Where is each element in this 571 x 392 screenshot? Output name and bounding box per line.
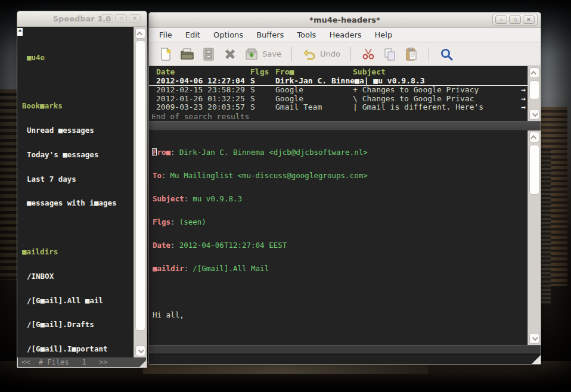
paste-icon[interactable] <box>402 45 421 63</box>
emacs-title: *mu4e-headers* <box>309 15 380 24</box>
menu-file[interactable]: File <box>153 28 179 42</box>
body-line <box>153 334 527 342</box>
row-subject: \ Changes to Google Privac <box>353 95 527 104</box>
file-cabinet-icon[interactable] <box>199 45 218 63</box>
speedbar-root-item: ■u4e <box>22 54 134 62</box>
chevron-up-icon <box>530 135 536 141</box>
speedbar-window: Speedbar 1.0 – ▫ ✕ * ■u4e Book■arks Unre… <box>17 11 147 368</box>
expand-marker[interactable]: * <box>17 28 23 36</box>
scroll-up-button[interactable] <box>529 67 539 78</box>
speedbar-titlebar[interactable]: Speedbar 1.0 – ▫ ✕ <box>17 11 147 27</box>
header-row[interactable]: 2009-03-23 20:03:57 S Gmail Team | Gmail… <box>149 103 527 112</box>
field-label: Fro■ <box>153 148 170 156</box>
close-buffer-icon[interactable] <box>221 45 240 63</box>
truncation-arrow-icon: → <box>521 103 526 112</box>
bookmark-images[interactable]: ■essages with i■ages <box>22 199 134 207</box>
scrollbar-thumb[interactable] <box>135 41 145 331</box>
header-row-selected[interactable]: 2012-04-06 12:27:04 S Dirk-Jan C. Binne■… <box>149 77 527 86</box>
modeline-headers: U:%*- *■u4e-headers* All L1 (mu4e-header… <box>149 121 541 130</box>
minibuffer[interactable] <box>149 354 541 364</box>
undo-icon[interactable] <box>300 45 319 63</box>
menu-headers[interactable]: Headers <box>322 28 368 42</box>
body-line <box>153 288 527 295</box>
field-label: Date <box>153 241 170 249</box>
message-scrollbar[interactable] <box>527 130 541 345</box>
truncation-arrow-icon: → <box>521 86 526 95</box>
bookmark-unread[interactable]: Unread ■essages <box>22 126 134 135</box>
column-flags[interactable]: Flgs <box>250 68 275 77</box>
menu-edit[interactable]: Edit <box>179 28 207 42</box>
bookmark-today[interactable]: Today's ■essages <box>22 151 134 159</box>
resize-grip[interactable] <box>139 360 147 368</box>
row-date: 2009-03-23 20:03:57 <box>156 103 250 112</box>
open-folder-icon[interactable] <box>178 45 197 63</box>
row-flags: S <box>250 77 275 86</box>
scroll-down-button[interactable] <box>135 346 145 356</box>
save-label: Save <box>262 49 281 58</box>
save-icon[interactable] <box>242 45 261 63</box>
menu-help[interactable]: Help <box>368 28 399 42</box>
field-value: 2012-04-06T12:27:04 EEST <box>179 241 287 249</box>
maildir-inbox[interactable]: /INBOX <box>22 272 134 281</box>
headers-column-row: Date Flgs Fro■ Subject <box>149 68 527 77</box>
row-from: Google <box>275 95 353 104</box>
chevron-down-icon <box>138 347 144 353</box>
field-subject: Subject:mu v0.9.8.3 <box>153 195 527 203</box>
column-date[interactable]: Date <box>156 68 250 77</box>
scroll-up-button[interactable] <box>529 132 539 142</box>
field-label: ■aildir <box>153 265 184 272</box>
maximize-button[interactable]: ▫ <box>115 14 127 23</box>
maximize-button[interactable]: ▫ <box>509 15 521 24</box>
spacer <box>22 223 134 232</box>
headers-scrollbar[interactable] <box>527 66 541 121</box>
body-line: Hi all, <box>153 311 527 319</box>
row-subject: | Gmail is different. Here's <box>353 103 527 112</box>
row-date: 2012-01-26 01:32:25 <box>156 95 250 104</box>
resize-grip[interactable] <box>532 355 541 364</box>
maildir-allmail[interactable]: /[G■ail].All ■ail <box>22 297 134 305</box>
field-maildir: ■aildir:/[Gmail].All Mail <box>153 265 527 272</box>
maildir-important[interactable]: /[G■ail].I■portant <box>22 345 134 353</box>
close-button[interactable]: ✕ <box>129 14 141 23</box>
speedbar-scrollbar[interactable] <box>134 27 147 357</box>
scrollbar-thumb[interactable] <box>529 80 539 99</box>
scroll-down-button[interactable] <box>529 333 539 344</box>
header-row[interactable]: 2012-01-26 01:32:25 S Google \ Changes t… <box>149 95 527 104</box>
bookmark-last7days[interactable]: Last 7 days <box>22 175 134 183</box>
header-row[interactable]: 2012-02-15 23:58:29 S Google + Changes t… <box>149 86 527 95</box>
scroll-down-button[interactable] <box>529 109 539 120</box>
menu-buffers[interactable]: Buffers <box>250 28 290 42</box>
field-to: To:Mu Mailinglist <mu-discuss@googlegrou… <box>153 172 527 179</box>
colon: : <box>184 265 189 272</box>
colon: : <box>170 148 175 156</box>
field-label: To <box>153 172 162 179</box>
wallpaper-rooftop <box>143 365 428 374</box>
column-from[interactable]: Fro■ <box>275 68 353 77</box>
chevron-up-icon <box>530 70 536 76</box>
search-icon[interactable] <box>437 45 456 63</box>
row-subject: | ■u v0.9.8.3 <box>364 77 527 86</box>
menu-tools[interactable]: Tools <box>290 28 322 42</box>
field-label: Subject <box>153 195 184 203</box>
scrollbar-thumb[interactable] <box>529 145 539 195</box>
close-button[interactable]: ✕ <box>523 15 535 24</box>
field-label: Flgs <box>153 218 170 226</box>
column-subject[interactable]: Subject <box>353 68 527 77</box>
colon: : <box>184 195 189 203</box>
cut-icon[interactable] <box>359 45 378 63</box>
new-file-icon[interactable] <box>156 45 175 63</box>
maildir-drafts[interactable]: /[G■ail].Drafts <box>22 321 134 329</box>
scroll-up-button[interactable] <box>135 28 145 39</box>
row-date: 2012-02-15 23:58:29 <box>156 86 250 95</box>
minimize-button[interactable]: – <box>101 14 113 23</box>
copy-icon[interactable] <box>380 45 399 63</box>
toolbar-separator <box>291 47 292 61</box>
row-from: Dirk-Jan C. Binne■a <box>275 77 364 86</box>
emacs-titlebar[interactable]: *mu4e-headers* – ▫ ✕ <box>149 13 541 28</box>
colon: : <box>162 172 166 179</box>
menu-options[interactable]: Options <box>207 28 250 42</box>
field-value: (seen) <box>179 218 206 226</box>
minimize-button[interactable]: – <box>495 15 507 24</box>
mu4e-view-buffer: Fro■:Dirk-Jan C. Binnema <djcb@djcbsoftw… <box>149 130 527 345</box>
menu-bar: File Edit Options Buffers Tools Headers … <box>149 28 541 42</box>
